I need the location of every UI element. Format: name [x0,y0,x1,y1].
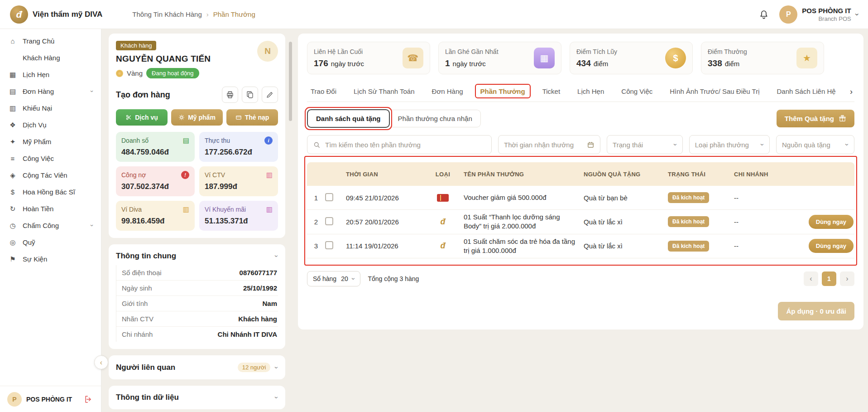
tab-lich-hen[interactable]: Lịch Hẹn [576,82,605,102]
sidebar-item-my-pham[interactable]: ✦ Mỹ Phẩm [0,133,101,150]
create-service-order-button[interactable]: Dịch vụ [116,109,168,126]
next-page-button[interactable]: › [840,271,854,286]
chevron-down-icon: › [844,144,851,146]
scrollbar-thumb[interactable] [289,42,292,121]
chevron-down-icon: › [88,90,95,92]
sidebar-item-khieu-nai[interactable]: ▥ Khiếu Nại [0,100,101,116]
tab-lich-su-thanh-toan[interactable]: Lịch Sử Thanh Toán [353,82,416,102]
sidebar-item-quy[interactable]: ◎ Quỹ [0,234,101,251]
tab-ticket[interactable]: Ticket [542,82,561,102]
revenue-icon: ▤ [183,136,189,145]
page-1-button[interactable]: 1 [822,271,836,286]
tab-hinh-anh-truoc-sau[interactable]: Hình Ảnh Trước/ Sau Điều Trị [669,82,760,102]
row-checkbox[interactable] [325,193,333,201]
print-button[interactable] [222,87,238,103]
event-icon: ⚑ [8,255,17,263]
table-header: THỜI GIAN LOẠI TÊN PHẦN THƯỞNG NGUỒN QUÀ… [307,162,854,186]
gift-source-filter-select[interactable]: Nguồn quà tặng › [776,135,854,154]
sidebar-item-su-kien[interactable]: ⚑ Sự Kiện [0,251,101,267]
related-count-badge: 12 người [238,363,271,372]
breadcrumb: Thông Tin Khách Hàng › Phần Thưởng [132,10,255,18]
wallet-thuc-thu: Thực thui 177.256.672đ [199,132,278,162]
apply-offers-button[interactable]: Áp dụng · 0 ưu đãi [778,302,854,320]
chevron-down-icon[interactable]: › [273,255,281,257]
rows-per-page-select[interactable]: Số hàng 20 › [307,271,360,286]
chevron-down-icon: › [853,13,861,15]
promo-wallet-icon: ▥ [266,205,273,213]
related-people-card: Người liên quan 12 người › [109,355,285,379]
gift-icon [839,115,846,122]
subtab-gift-list[interactable]: Danh sách quà tặng [307,109,390,128]
gift-source: Quà từ lắc xì [584,242,668,250]
collaborator-icon: ◈ [8,171,17,179]
tab-trao-doi[interactable]: Trao Đổi [310,82,337,102]
chevron-down-icon[interactable]: › [273,366,281,368]
sidebar-item-khach-hang[interactable]: Khách Hàng [0,49,101,66]
sidebar: ⌂ Trang Chủ Khách Hàng ▦ Lịch Hẹn ▤ Đơn … [0,29,101,412]
subtab-unclaimed-rewards[interactable]: Phần thưởng chưa nhận [390,110,481,127]
col-trang-thai: TRẠNG THÁI [668,171,734,178]
chevron-down-icon[interactable]: › [273,397,281,399]
overview-cards: Liên Hệ Lần Cuối 176ngày trước ☎ Lần Ghé… [307,42,854,74]
reward-date-filter[interactable]: Thời gian nhận thưởng [498,135,600,154]
diva-point-icon: đ [441,241,446,251]
search-input[interactable] [324,141,486,149]
tab-phan-thuong[interactable]: Phần Thưởng [480,82,526,102]
service-order-icon [125,114,132,121]
star-icon: ★ [796,48,817,68]
sidebar-item-hoa-hong-bac-si[interactable]: $ Hoa Hồng Bác Sĩ [0,184,101,200]
status-filter-select[interactable]: Trạng thái › [607,135,683,154]
logout-button[interactable] [83,394,94,405]
doctor-commission-icon: $ [8,188,17,196]
notifications-button[interactable] [757,7,771,22]
user-branch: Branch POS [802,15,851,22]
row-checkbox[interactable] [325,241,333,249]
sidebar-item-cham-cong[interactable]: ◷ Chấm Công › [0,217,101,234]
data-info-title: Thông tin dữ liệu [116,393,270,402]
create-cosmetics-order-button[interactable]: Mỹ phẩm [171,109,223,126]
wallet-grid: Doanh số▤ 484.759.046đ Thực thui 177.256… [116,132,278,231]
tab-danh-sach-lien-he[interactable]: Danh Sách Liên Hệ [776,82,837,102]
main-panel: Liên Hệ Lần Cuối 176ngày trước ☎ Lần Ghé… [298,34,863,330]
create-topup-card-button[interactable]: Thẻ nạp [226,109,278,126]
card-icon [235,114,242,121]
footer-user-name: POS PHÒNG IT [26,396,78,403]
table-row: 3 11:14 19/01/2026 đ 01 Suất chăm sóc da… [307,234,854,259]
prev-page-button[interactable]: ‹ [804,271,818,286]
tabs-scroll-right-icon[interactable]: › [845,87,854,97]
col-loai: LOẠI [422,171,464,178]
customer-name: NGUYỄN QUANG TIẾN [116,54,257,64]
tab-don-hang[interactable]: Đơn Hàng [431,82,464,102]
tasks-icon: ≡ [8,155,17,162]
service-icon: ❖ [8,121,17,129]
sidebar-item-hoan-tien[interactable]: ↻ Hoàn Tiền [0,200,101,217]
sidebar-item-lich-hen[interactable]: ▦ Lịch Hẹn [0,66,101,83]
tab-cong-viec[interactable]: Công Việc [620,82,653,102]
sidebar-item-cong-tac-vien[interactable]: ◈ Cộng Tác Viên [0,167,101,184]
reward-type-filter-select[interactable]: Loại phần thưởng › [689,135,770,154]
row-checkbox[interactable] [325,217,333,225]
sidebar-item-don-hang[interactable]: ▤ Đơn Hàng › [0,83,101,100]
sidebar-item-dich-vu[interactable]: ❖ Dịch Vụ [0,116,101,133]
calendar-icon: ▦ [534,48,555,68]
sidebar-item-trang-chu[interactable]: ⌂ Trang Chủ [0,33,101,49]
edit-button[interactable] [262,87,278,103]
copy-button[interactable] [242,87,258,103]
top-bar: đ Viện thẩm mỹ DIVA Thông Tin Khách Hàng… [0,0,868,29]
brand-name: Viện thẩm mỹ DIVA [33,10,102,19]
use-now-button[interactable]: Dùng ngay [809,215,854,229]
reward-name: Voucher giảm giá 500.000đ [464,193,584,202]
status-badge: Đã kích hoạt [668,241,709,252]
collapse-panel-button[interactable]: ‹ [94,355,108,369]
topbar-right: P POS PHÒNG IT Branch POS › [757,5,858,24]
breadcrumb-parent[interactable]: Thông Tin Khách Hàng [132,10,201,18]
voucher-icon [437,194,449,202]
sidebar-item-cong-viec[interactable]: ≡ Công Việc [0,150,101,167]
branch-cell: -- [734,218,786,226]
row-time: 11:14 19/01/2026 [346,242,422,250]
user-menu[interactable]: P POS PHÒNG IT Branch POS › [779,5,858,24]
add-gift-button[interactable]: Thêm Quà tặng [777,110,854,127]
bell-icon [758,9,769,20]
calendar-icon [587,141,595,149]
use-now-button[interactable]: Dùng ngay [809,239,854,253]
